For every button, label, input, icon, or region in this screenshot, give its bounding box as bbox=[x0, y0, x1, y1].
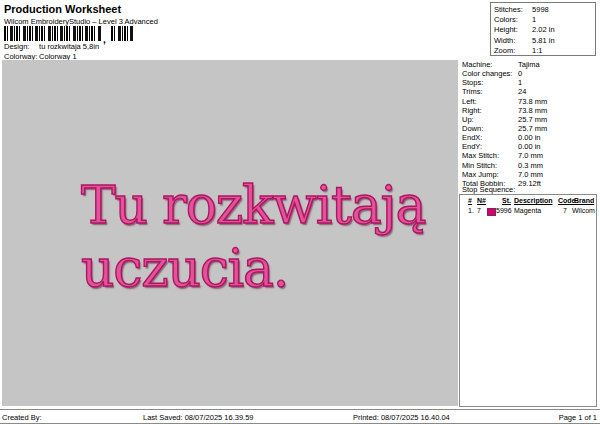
machine-value: 0.00 in bbox=[518, 142, 541, 151]
machine-label: EndY: bbox=[462, 142, 518, 151]
machine-value: 0 bbox=[518, 69, 522, 78]
stat-zoom: Zoom: 1:1 bbox=[494, 46, 595, 56]
machine-value: 7.0 mm bbox=[518, 151, 543, 160]
machine-label: Down: bbox=[462, 124, 518, 133]
col-header-brand: Brand bbox=[574, 197, 594, 204]
stat-label: Height: bbox=[494, 25, 530, 35]
machine-row: EndY:0.00 in bbox=[462, 142, 598, 151]
stat-value: 1 bbox=[532, 15, 536, 24]
machine-label: Stops: bbox=[462, 78, 518, 87]
machine-row: Stops:1 bbox=[462, 78, 598, 87]
footer-created-by: Created By: bbox=[2, 413, 42, 422]
stat-value: 1:1 bbox=[532, 46, 542, 55]
machine-row: Up:25.7 mm bbox=[462, 115, 598, 124]
col-header-code: Code bbox=[558, 197, 576, 204]
machine-value: 73.8 mm bbox=[518, 106, 547, 115]
stop-sequence-title: Stop Sequence: bbox=[462, 185, 515, 194]
machine-row: Color changes:0 bbox=[462, 69, 598, 78]
embroidered-line-2: uczucia. bbox=[81, 237, 425, 300]
machine-label: Up: bbox=[462, 115, 518, 124]
footer-printed: Printed: 08/07/2025 16.40.04 bbox=[353, 413, 450, 422]
page-title: Production Worksheet bbox=[4, 3, 121, 15]
embroidered-text: Tu rozkwitają uczucia. bbox=[81, 174, 425, 300]
machine-row: EndX:0.00 in bbox=[462, 133, 598, 142]
row-brand: Wilcom bbox=[572, 207, 595, 214]
stat-value: 5.81 in bbox=[532, 36, 555, 45]
machine-label: EndX: bbox=[462, 133, 518, 142]
machine-value: 73.8 mm bbox=[518, 97, 547, 106]
machine-value: 7.0 mm bbox=[518, 170, 543, 179]
machine-row: Min Stitch:0.3 mm bbox=[462, 161, 598, 170]
stat-colors: Colors: 1 bbox=[494, 15, 595, 25]
machine-label: Machine: bbox=[462, 60, 518, 69]
machine-label: Left: bbox=[462, 97, 518, 106]
row-code: 7 bbox=[563, 207, 567, 214]
machine-row: Max Stitch:7.0 mm bbox=[462, 151, 598, 160]
stat-label: Stitches: bbox=[494, 5, 530, 15]
design-preview-canvas: Tu rozkwitają uczucia. bbox=[2, 60, 458, 406]
design-name-row: Design: tu rozkwitaja 5,8in bbox=[4, 42, 99, 51]
footer-last-saved: Last Saved: 08/07/2025 16.39.59 bbox=[143, 413, 254, 422]
machine-row: Down:25.7 mm bbox=[462, 124, 598, 133]
thread-color-chip bbox=[487, 208, 496, 217]
col-header-needle: N# bbox=[477, 197, 486, 204]
barcode: , bbox=[4, 26, 133, 41]
machine-row: Trims:24 bbox=[462, 87, 598, 96]
machine-value: 25.7 mm bbox=[518, 115, 547, 124]
row-description: Magenta bbox=[514, 207, 541, 214]
embroidered-line-1: Tu rozkwitają bbox=[81, 174, 425, 237]
stat-height: Height: 2.02 in bbox=[494, 25, 595, 35]
footer-page-number: Page 1 of 1 bbox=[559, 413, 597, 422]
stat-label: Zoom: bbox=[494, 46, 530, 56]
machine-value: 29.12ft bbox=[518, 179, 541, 188]
stat-label: Colors: bbox=[494, 15, 530, 25]
design-stats-box: Stitches: 5998 Colors: 1 Height: 2.02 in… bbox=[490, 2, 596, 56]
machine-label: Min Stitch: bbox=[462, 161, 518, 170]
machine-value: 0.00 in bbox=[518, 133, 541, 142]
machine-value: 24 bbox=[518, 87, 526, 96]
stat-label: Width: bbox=[494, 36, 530, 46]
machine-value: 25.7 mm bbox=[518, 124, 547, 133]
machine-value: 0.3 mm bbox=[518, 161, 543, 170]
production-worksheet-page: Production Worksheet Wilcom EmbroiderySt… bbox=[0, 0, 600, 424]
machine-label: Right: bbox=[462, 106, 518, 115]
barcode-bars-left bbox=[4, 26, 101, 41]
row-needle: 7 bbox=[477, 207, 481, 214]
machine-info-panel: Machine:Tajima Color changes:0 Stops:1 T… bbox=[462, 60, 598, 188]
machine-row: Right:73.8 mm bbox=[462, 106, 598, 115]
machine-value: 1 bbox=[518, 78, 522, 87]
design-value: tu rozkwitaja 5,8in bbox=[39, 42, 99, 51]
row-num: 1. bbox=[468, 207, 474, 214]
machine-row: Machine:Tajima bbox=[462, 60, 598, 69]
machine-label: Color changes: bbox=[462, 69, 518, 78]
machine-label: Max Stitch: bbox=[462, 151, 518, 160]
col-header-num: # bbox=[468, 197, 472, 204]
stat-value: 5998 bbox=[532, 5, 549, 14]
stat-width: Width: 5.81 in bbox=[494, 36, 595, 46]
row-stitches: 5996 bbox=[496, 207, 512, 214]
app-subtitle: Wilcom EmbroideryStudio – Level 3 Advanc… bbox=[4, 17, 158, 26]
barcode-separator: , bbox=[103, 34, 106, 45]
barcode-bars-right bbox=[111, 26, 133, 41]
machine-label: Trims: bbox=[462, 87, 518, 96]
machine-value: Tajima bbox=[518, 60, 540, 69]
col-header-description: Description bbox=[514, 197, 553, 204]
footer-bar: Created By: Last Saved: 08/07/2025 16.39… bbox=[0, 409, 600, 424]
machine-label: Max Jump: bbox=[462, 170, 518, 179]
design-label: Design: bbox=[4, 42, 37, 51]
stat-stitches: Stitches: 5998 bbox=[494, 5, 595, 15]
machine-row: Max Jump:7.0 mm bbox=[462, 170, 598, 179]
col-header-stitches: St. bbox=[502, 197, 511, 204]
stop-sequence-table: # N# St. Description Code Brand 1. 7 599… bbox=[459, 194, 597, 407]
stat-value: 2.02 in bbox=[532, 25, 555, 34]
machine-row: Left:73.8 mm bbox=[462, 97, 598, 106]
